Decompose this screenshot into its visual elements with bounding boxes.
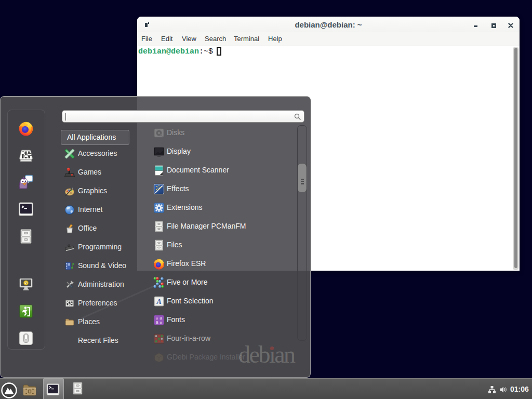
svg-text:a: a xyxy=(160,320,162,325)
svg-text:A: A xyxy=(156,298,162,305)
svg-text:a: a xyxy=(156,320,158,325)
